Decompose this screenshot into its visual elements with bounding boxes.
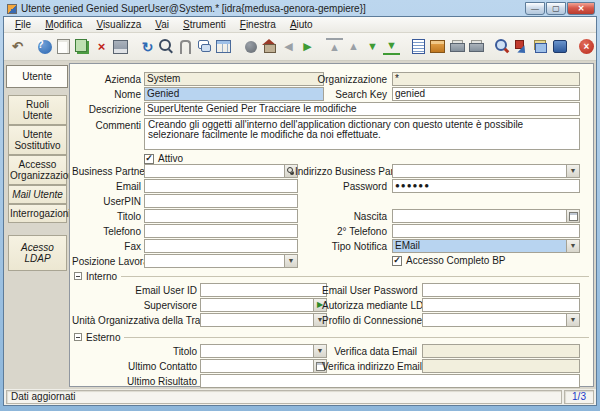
commenti-field[interactable]: Creando gli oggetti all'interno dell'app… (144, 118, 580, 150)
zoom-across-icon[interactable] (494, 38, 511, 55)
delete-record-icon[interactable]: × (93, 38, 110, 55)
accesso-completo-bp-checkbox[interactable]: Accesso Completo BP (392, 255, 506, 266)
chevron-down-icon[interactable]: ▼ (284, 255, 297, 267)
chevron-down-icon[interactable]: ▼ (566, 165, 579, 177)
parent-record-icon[interactable]: ◀ (280, 38, 297, 55)
titolo-esterno-select[interactable]: ▼ (200, 344, 327, 358)
tab-utente[interactable]: Utente (6, 65, 68, 88)
autorizza-ldap-label: Autorizza mediante LDAP (322, 299, 417, 312)
find-icon[interactable] (158, 38, 175, 55)
esterno-title: Esterno (86, 332, 120, 343)
section-rule (124, 337, 589, 338)
autorizza-ldap-field[interactable] (422, 298, 580, 312)
exit-icon[interactable]: × (579, 39, 594, 54)
menu-visualizza[interactable]: Visualizza (89, 18, 148, 31)
ultimo-risultato-field[interactable] (200, 374, 580, 388)
profilo-connessione-select[interactable]: ▼ (422, 313, 580, 327)
titolo-field[interactable] (144, 209, 298, 223)
email-user-password-label: Email User Password (322, 284, 417, 297)
report-icon[interactable] (410, 38, 427, 55)
menu-finestra[interactable]: Finestra (233, 18, 283, 31)
profilo-connessione-label: Profilo di Connessione (322, 314, 417, 327)
checkmark-icon (144, 154, 154, 164)
next-record-icon[interactable]: ▼ (364, 38, 381, 55)
help-icon[interactable]: ? (38, 40, 52, 54)
indirizzo-bp-field[interactable]: ▼ (392, 164, 580, 178)
new-record-icon[interactable] (55, 38, 72, 55)
fax-field[interactable] (144, 239, 298, 253)
attivo-checkbox[interactable]: Attivo (144, 153, 183, 164)
check-requests-icon[interactable] (532, 38, 549, 55)
nascita-field[interactable] (392, 209, 580, 223)
tab-accesso-organizzazione[interactable]: Accesso Organizzazione (8, 155, 67, 185)
detail-record-icon[interactable]: ▶ (299, 38, 316, 55)
status-bar: Dati aggiornati 1/3 (4, 389, 596, 405)
unita-organizzativa-select[interactable]: ▼ (200, 313, 327, 327)
chevron-down-icon[interactable]: ▼ (566, 240, 579, 252)
undo-icon[interactable]: ↶ (9, 38, 26, 55)
collapse-icon[interactable] (74, 272, 82, 280)
tipo-notifica-label: Tipo Notifica (295, 240, 387, 253)
menu-modifica[interactable]: Modifica (38, 18, 89, 31)
ultimo-risultato-label: Ultimo Risultato (72, 375, 197, 388)
ultimo-contatto-field[interactable] (200, 359, 327, 373)
email-user-password-field[interactable] (422, 283, 580, 297)
calendar-icon[interactable] (566, 210, 579, 222)
azienda-label: Azienda (72, 73, 141, 86)
first-record-icon[interactable]: ▲ (326, 38, 343, 55)
accesso-completo-bp-label: Accesso Completo BP (406, 255, 506, 266)
posizione-select[interactable]: ▼ (144, 254, 298, 268)
grid-toggle-icon[interactable] (215, 38, 232, 55)
archive-icon[interactable] (429, 38, 446, 55)
email-user-id-field[interactable] (200, 283, 327, 297)
previous-record-icon[interactable]: ▲ (345, 38, 362, 55)
attachment-icon[interactable] (177, 38, 194, 55)
indirizzo-bp-label: Indirizzo Business Partner (295, 165, 387, 178)
userpin-label: UserPIN (72, 195, 141, 208)
workflow-icon[interactable] (513, 38, 530, 55)
copy-record-icon[interactable] (74, 38, 91, 55)
save-icon[interactable] (112, 38, 129, 55)
interno-title: Interno (86, 271, 117, 282)
tab-utente-sostitutivo[interactable]: Utente Sostitutivo (8, 125, 67, 155)
print-icon[interactable] (448, 38, 465, 55)
chevron-down-icon[interactable]: ▼ (566, 314, 579, 326)
history-icon[interactable] (242, 38, 259, 55)
tab-acesso-ldap[interactable]: Acesso LDAP (8, 235, 67, 271)
menu-aiuto[interactable]: Aiuto (283, 18, 320, 31)
home-icon[interactable] (261, 38, 278, 55)
chat-icon[interactable] (196, 38, 213, 55)
email-field[interactable] (144, 179, 298, 193)
tipo-notifica-select[interactable]: EMail▼ (392, 239, 580, 253)
minimize-button[interactable]: — (525, 2, 545, 15)
product-info-icon[interactable] (551, 38, 568, 55)
user-form: Azienda System Organizzazione * Nome Gen… (69, 63, 594, 387)
close-button[interactable]: ✕ (567, 2, 595, 15)
tab-interrogazioni[interactable]: Interrogazioni (8, 204, 67, 223)
search-key-field[interactable]: genied (392, 87, 580, 101)
password-field[interactable]: ●●●●●● (392, 179, 580, 193)
last-record-icon[interactable]: ▼ (383, 38, 400, 55)
posizione-label: Posizione Lavorativa (72, 255, 141, 268)
tab-ruoli-utente[interactable]: Ruoli Utente (8, 95, 67, 125)
menu-file[interactable]: File (8, 18, 38, 31)
descrizione-field[interactable]: SuperUtente Genied Per Tracciare le modi… (144, 102, 580, 116)
supervisore-label: Supervisore (72, 299, 197, 312)
menu-strumenti[interactable]: Strumenti (176, 18, 233, 31)
userpin-field[interactable] (144, 194, 298, 208)
telefono-field[interactable] (144, 224, 298, 238)
app-icon (7, 4, 17, 14)
business-partner-field[interactable] (144, 164, 298, 178)
record-counter: 1/3 (564, 390, 594, 404)
collapse-icon[interactable] (74, 333, 82, 341)
refresh-icon[interactable]: ↻ (139, 38, 156, 55)
menu-vai[interactable]: Vai (148, 18, 176, 31)
verifica-data-email-field (422, 344, 580, 358)
print-preview-icon[interactable] (467, 38, 484, 55)
supervisore-field[interactable]: ▶ (200, 298, 327, 312)
toolbar: ↶ ? × ↻ ◀ ▶ ▲ ▲ ▼ ▼ (4, 33, 596, 61)
tab-mail-utente[interactable]: Mail Utente (8, 185, 67, 204)
telefono2-field[interactable] (392, 224, 580, 238)
maximize-button[interactable]: ▢ (546, 2, 566, 15)
esterno-section-header: Esterno (74, 331, 589, 343)
